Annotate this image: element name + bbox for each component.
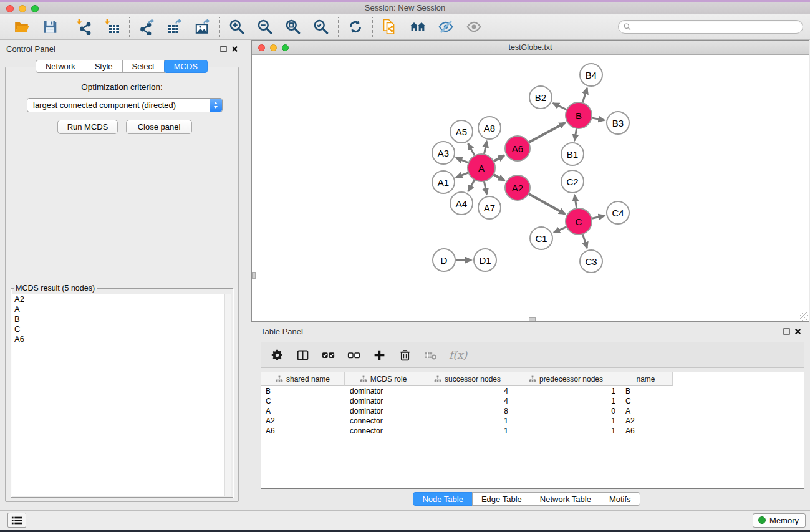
plus-icon[interactable] (372, 348, 386, 362)
network-maximize-button[interactable] (282, 44, 289, 51)
search-input[interactable] (634, 22, 798, 31)
node-label-A6: A6 (512, 143, 523, 154)
export-image-icon[interactable] (194, 18, 211, 36)
float-panel-icon[interactable] (783, 328, 790, 335)
table-row-a2[interactable]: A2connector11A2 (261, 416, 804, 426)
eye-slash-icon[interactable] (437, 18, 455, 36)
column-header-name[interactable]: name (619, 372, 673, 386)
table-cell[interactable]: connector (345, 427, 422, 435)
zoom-fit-icon[interactable] (284, 18, 302, 36)
result-item-a2[interactable]: A2 (12, 294, 224, 304)
refresh-icon[interactable] (347, 18, 364, 36)
vertical-scrollbar-thumb[interactable] (252, 272, 256, 279)
eye-icon[interactable] (465, 18, 483, 36)
status-bar: Memory (0, 510, 810, 530)
result-item-a6[interactable]: A6 (12, 334, 224, 344)
homes-icon[interactable] (409, 18, 427, 36)
column-header-predecessor-nodes[interactable]: predecessor nodes (513, 372, 619, 386)
zoom-in-icon[interactable] (228, 18, 246, 36)
table-cell[interactable]: A6 (261, 427, 345, 435)
tab-edge-table[interactable]: Edge Table (472, 492, 531, 506)
tab-style[interactable]: Style (85, 60, 123, 73)
criterion-dropdown[interactable]: largest connected component (directed) (27, 98, 223, 112)
table-row-a[interactable]: Adominator80A (261, 406, 804, 416)
network-window-controls (258, 44, 289, 51)
minimize-window-button[interactable] (19, 5, 26, 12)
tree-icon (276, 375, 283, 383)
table-cell[interactable]: A (261, 407, 345, 415)
tab-select[interactable]: Select (122, 60, 165, 73)
result-item-c[interactable]: C (12, 324, 224, 334)
close-panel-icon[interactable] (794, 328, 801, 335)
table-row-a6[interactable]: A6connector11A6 (261, 426, 804, 436)
column-header-successor-nodes[interactable]: successor nodes (422, 372, 513, 386)
file-network-icon[interactable] (381, 18, 398, 36)
tab-node-table[interactable]: Node Table (413, 492, 473, 506)
float-panel-icon[interactable] (220, 46, 227, 52)
trash-icon[interactable] (398, 348, 412, 362)
node-label-C3: C3 (585, 256, 597, 267)
network-close-button[interactable] (258, 44, 265, 51)
maximize-window-button[interactable] (31, 5, 39, 12)
tab-motifs[interactable]: Motifs (600, 492, 640, 506)
import-table-icon[interactable] (104, 18, 121, 36)
table-cell[interactable]: 4 (422, 387, 513, 395)
task-history-button[interactable] (7, 513, 26, 528)
tab-network[interactable]: Network (36, 60, 85, 73)
table-cell[interactable]: 8 (422, 407, 513, 415)
result-scrollbar[interactable] (224, 294, 231, 496)
table-cell[interactable]: B (619, 387, 673, 395)
network-minimize-button[interactable] (270, 44, 277, 51)
column-header-shared-name[interactable]: shared name (261, 372, 345, 386)
function-icon[interactable]: f(x) (449, 349, 467, 361)
column-layout-icon[interactable] (296, 348, 309, 362)
import-network-icon[interactable] (75, 18, 93, 36)
result-item-a[interactable]: A (12, 304, 224, 314)
table-cell[interactable]: 1 (513, 387, 619, 395)
tab-mcds[interactable]: MCDS (164, 60, 208, 73)
gear-icon[interactable] (270, 348, 284, 362)
table-cell[interactable]: 1 (513, 397, 619, 405)
checked-pair-icon[interactable] (321, 348, 335, 362)
table-cell[interactable]: C (619, 397, 673, 405)
table-cell[interactable]: A2 (619, 417, 673, 425)
column-header-MCDS-role[interactable]: MCDS role (345, 372, 422, 386)
table-cell[interactable]: A2 (261, 417, 345, 425)
table-cell[interactable]: C (261, 397, 345, 405)
horizontal-scrollbar-thumb[interactable] (529, 317, 536, 321)
table-cell[interactable]: dominator (345, 387, 422, 395)
table-cell[interactable]: 1 (513, 417, 619, 425)
network-canvas[interactable]: AA6A2BCA5A8A3A1A4A7B2B4B3B1C2C4C1C3DD1 (252, 55, 809, 321)
delete-table-icon[interactable] (423, 348, 437, 362)
table-row-c[interactable]: Cdominator41C (261, 396, 804, 406)
search-field[interactable] (618, 20, 803, 34)
zoom-out-icon[interactable] (256, 18, 274, 36)
save-icon[interactable] (41, 18, 59, 36)
close-window-button[interactable] (6, 5, 14, 12)
run-mcds-button[interactable]: Run MCDS (57, 120, 118, 134)
table-cell[interactable]: 1 (422, 417, 513, 425)
table-cell[interactable]: 4 (422, 397, 513, 405)
close-panel-button[interactable]: Close panel (126, 120, 192, 134)
export-network-icon[interactable] (138, 18, 155, 36)
unchecked-pair-icon[interactable] (347, 348, 360, 362)
close-panel-icon[interactable] (231, 46, 238, 52)
optimization-criterion-label: Optimization criterion: (6, 82, 238, 92)
table-row-b[interactable]: Bdominator41B (261, 386, 804, 396)
table-cell[interactable]: 1 (513, 427, 619, 435)
tab-network-table[interactable]: Network Table (531, 492, 600, 506)
table-cell[interactable]: 0 (513, 407, 619, 415)
table-cell[interactable]: 1 (422, 427, 513, 435)
table-cell[interactable]: connector (345, 417, 422, 425)
folder-open-icon[interactable] (13, 18, 31, 36)
table-cell[interactable]: A (619, 407, 673, 415)
table-cell[interactable]: A6 (619, 427, 673, 435)
table-cell[interactable]: dominator (345, 397, 422, 405)
result-item-b[interactable]: B (12, 314, 224, 324)
memory-button[interactable]: Memory (753, 513, 806, 528)
zoom-selected-icon[interactable] (312, 18, 330, 36)
export-table-icon[interactable] (166, 18, 183, 36)
table-cell[interactable]: B (261, 387, 345, 395)
resize-grip[interactable] (800, 312, 808, 321)
table-cell[interactable]: dominator (345, 407, 422, 415)
